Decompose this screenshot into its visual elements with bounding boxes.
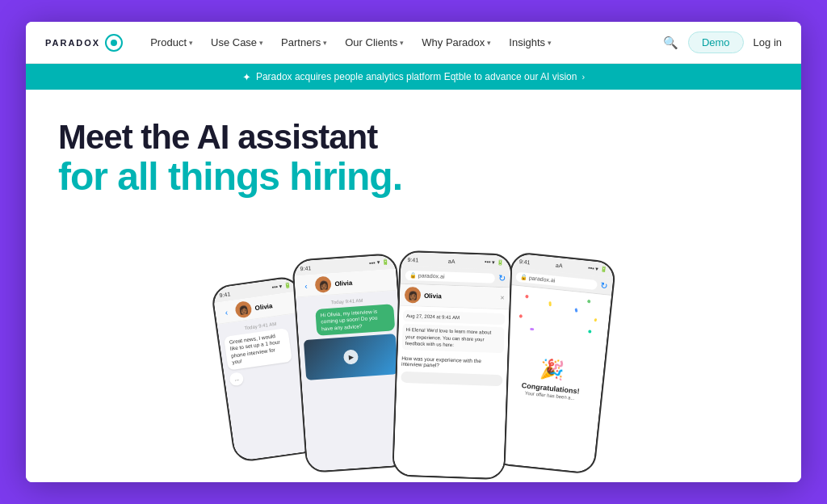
avatar-2: 👩🏾 <box>314 275 331 292</box>
nav-item-product[interactable]: Product ▾ <box>142 32 201 53</box>
chat-date-3: Aug 27, 2024 at 9:41 AM <box>402 310 504 326</box>
hero-title-line1: Meet the AI assistant <box>58 119 769 156</box>
close-icon-3[interactable]: ✕ <box>499 295 504 301</box>
play-icon[interactable]: ▶ <box>342 350 358 365</box>
logo[interactable]: PARADOX <box>45 34 123 52</box>
phone-3-body: Aug 27, 2024 at 9:41 AM Hi Elena! We'd l… <box>393 306 509 479</box>
url-bar-3[interactable]: 🔒 paradox.ai <box>405 270 494 283</box>
nav-right: 🔍 Demo Log in <box>663 32 782 53</box>
main-window: PARADOX Product ▾ Use Case ▾ Partners ▾ … <box>26 22 801 482</box>
confetti-dot <box>586 299 591 304</box>
chevron-down-icon: ▾ <box>259 39 263 47</box>
chevron-down-icon: ▾ <box>548 39 552 47</box>
announcement-banner[interactable]: ✦ Paradox acquires people analytics plat… <box>26 64 801 90</box>
lock-icon-4: 🔒 <box>519 274 527 281</box>
banner-content: ✦ Paradox acquires people analytics plat… <box>242 71 585 83</box>
banner-arrow-icon: › <box>581 72 585 82</box>
hero-section: Meet the AI assistant for all things hir… <box>26 90 801 482</box>
video-thumbnail[interactable]: ▶ <box>303 334 397 380</box>
chevron-down-icon: ▾ <box>323 39 327 47</box>
input-bar-3[interactable] <box>401 371 502 385</box>
phone-4-time: 9:41 <box>518 258 530 264</box>
confetti-dot <box>588 330 591 333</box>
refresh-icon-4[interactable]: ↻ <box>599 280 607 292</box>
phone-2-screen: 9:41 ▪▪▪ ▾ 🔋 ‹ 👩🏾 Olivia Today 9:41 AM H… <box>293 254 409 472</box>
contact-name-2: Olivia <box>334 279 352 287</box>
brand-name: PARADOX <box>45 38 100 48</box>
nav-item-insights[interactable]: Insights ▾ <box>501 32 560 53</box>
demo-button[interactable]: Demo <box>688 32 744 53</box>
confetti-dot <box>530 328 534 331</box>
phone-3: 9:41 aA ▪▪▪ ▾ 🔋 🔒 paradox.ai ↻ 👩🏾 <box>392 250 513 481</box>
logo-circle-icon <box>105 34 123 52</box>
nav-item-usecase[interactable]: Use Case ▾ <box>203 32 271 53</box>
phone-1-time: 9:41 <box>219 291 230 298</box>
avatar-3: 👩🏾 <box>404 287 421 304</box>
confetti-dot <box>518 314 523 319</box>
contact-name-1: Olivia <box>254 302 273 312</box>
phone-2-signal-icon: ▪▪▪ ▾ 🔋 <box>368 258 388 267</box>
chat-bubble-received-1: Great news, I would like to set up a 1 h… <box>223 328 292 370</box>
banner-text: Paradox acquires people analytics platfo… <box>256 71 577 82</box>
phone-1-signal-icon: ▪▪▪ ▾ 🔋 <box>271 282 292 291</box>
refresh-icon-3[interactable]: ↻ <box>497 273 505 284</box>
nav-item-ourclients[interactable]: Our Clients ▾ <box>337 32 412 53</box>
confetti-dot <box>524 294 528 298</box>
hero-title-line2: for all things hiring. <box>58 156 769 199</box>
back-icon-2: ‹ <box>299 278 313 294</box>
nav-item-partners[interactable]: Partners ▾ <box>273 32 335 53</box>
confetti-dot <box>548 301 551 306</box>
phone-2-time: 9:41 <box>300 265 311 271</box>
nav-item-whyparadox[interactable]: Why Paradox ▾ <box>414 32 499 53</box>
chevron-down-icon: ▾ <box>189 39 193 47</box>
contact-name-3: Olivia <box>423 292 441 300</box>
url-text-3: paradox.ai <box>418 272 444 279</box>
avatar-1: 👩🏾 <box>234 300 253 319</box>
chat-body-2: Today 9:41 AM Hi Olivia, my interview is… <box>296 291 409 472</box>
phone-3-time: 9:41 <box>407 256 418 262</box>
lock-icon: 🔒 <box>409 272 416 279</box>
confetti-dot <box>574 308 577 313</box>
phone-3-content: 👩🏾 Olivia ✕ Aug 27, 2024 at 9:41 AM Hi E… <box>393 284 510 479</box>
confetti-dot <box>594 318 597 322</box>
phone-3-screen: 9:41 aA ▪▪▪ ▾ 🔋 🔒 paradox.ai ↻ 👩🏾 <box>393 252 511 479</box>
chat-bubble-sent-1: Hi Olivia, my interview is coming up soo… <box>315 304 395 336</box>
phones-container: 9:41 ▪▪▪ ▾ 🔋 ‹ 👩🏾 Olivia Today 9:41 AM G… <box>26 208 801 482</box>
chat-bubble-received-2: ... <box>229 372 245 387</box>
banner-icon: ✦ <box>242 71 251 83</box>
phone-3-signal-icon: ▪▪▪ ▾ 🔋 <box>484 258 504 266</box>
back-icon: ‹ <box>219 304 233 321</box>
login-button[interactable]: Log in <box>754 36 782 48</box>
chat-message-3: Hi Elena! We'd love to learn more about … <box>401 324 504 353</box>
phone-4-signal-icon: ▪▪▪ ▾ 🔋 <box>587 265 607 274</box>
navigation: PARADOX Product ▾ Use Case ▾ Partners ▾ … <box>26 22 801 64</box>
chevron-down-icon: ▾ <box>400 39 404 47</box>
phone-4-aA: aA <box>555 262 562 268</box>
phone-3-aA: aA <box>447 258 455 263</box>
phone-2-content: ‹ 👩🏾 Olivia Today 9:41 AM Hi Olivia, my … <box>294 269 409 472</box>
nav-items: Product ▾ Use Case ▾ Partners ▾ Our Clie… <box>142 32 663 53</box>
hero-text-block: Meet the AI assistant for all things hir… <box>26 90 801 199</box>
question-3: How was your experience with the intervi… <box>401 355 502 369</box>
congrats-emoji: 🎉 <box>539 358 565 383</box>
url-text-4: paradox.ai <box>528 275 555 283</box>
chevron-down-icon: ▾ <box>487 39 491 47</box>
search-icon[interactable]: 🔍 <box>663 36 678 50</box>
